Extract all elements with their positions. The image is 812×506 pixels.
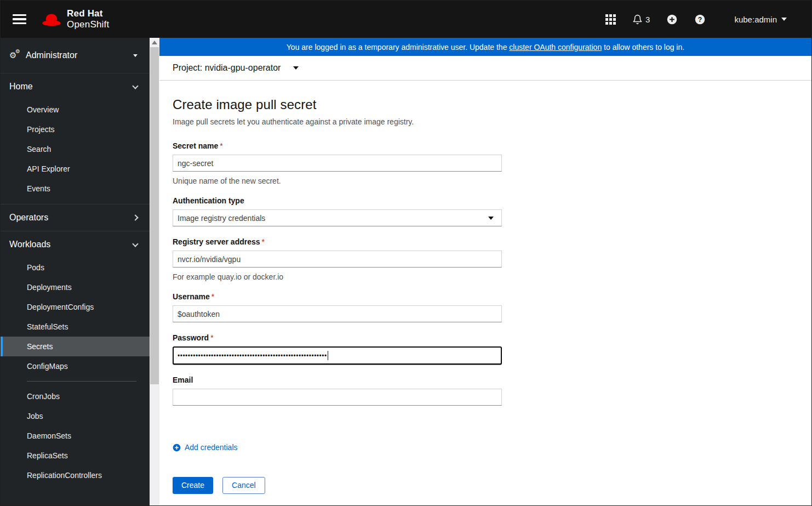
sidebar-item-cronjobs[interactable]: CronJobs xyxy=(1,386,150,406)
sidebar-item-statefulsets[interactable]: StatefulSets xyxy=(1,317,150,337)
nav-group-title-workloads[interactable]: Workloads xyxy=(1,231,150,258)
auth-type-group: Authentication type Image registry crede… xyxy=(173,196,502,226)
username-label: Username* xyxy=(173,292,502,301)
help-icon[interactable]: ? xyxy=(694,14,706,25)
nav-group-title-operators[interactable]: Operators xyxy=(1,204,150,231)
registry-server-address-input[interactable] xyxy=(173,251,502,268)
nav-group-workloads: Workloads Pods Deployments DeploymentCon… xyxy=(1,231,150,491)
brand-text: Red Hat OpenShift xyxy=(67,8,109,30)
username-group: Username* xyxy=(173,292,502,322)
sidebar-item-deploymentconfigs[interactable]: DeploymentConfigs xyxy=(1,297,150,317)
required-asterisk: * xyxy=(262,237,265,246)
nav-group-title-home[interactable]: Home xyxy=(1,73,150,100)
cancel-button[interactable]: Cancel xyxy=(222,477,265,494)
secret-name-help: Unique name of the new secret. xyxy=(173,177,502,185)
chevron-down-icon xyxy=(132,83,138,89)
required-asterisk: * xyxy=(211,292,214,301)
sidebar-item-search[interactable]: Search xyxy=(1,139,150,159)
nav-group-label: Operators xyxy=(9,213,48,223)
sidebar-item-events[interactable]: Events xyxy=(1,179,150,198)
secret-name-input[interactable] xyxy=(173,155,502,172)
masthead-left: Red Hat OpenShift xyxy=(13,8,109,30)
bell-icon xyxy=(632,14,643,25)
login-notice-banner: You are logged in as a temporary adminis… xyxy=(159,38,811,56)
user-menu[interactable]: kube:admin xyxy=(734,15,787,24)
label-text: Password xyxy=(173,333,209,342)
page-scrollbar[interactable] xyxy=(150,38,159,505)
chevron-down-icon xyxy=(781,18,787,21)
password-label: Password* xyxy=(173,333,502,342)
password-group: Password* ••••••••••••••••••••••••••••••… xyxy=(173,333,502,365)
form-actions: Create Cancel xyxy=(173,477,502,494)
caret-down-icon xyxy=(133,54,138,57)
email-input[interactable] xyxy=(173,389,502,406)
email-group: Email xyxy=(173,376,502,406)
hamburger-menu-icon[interactable] xyxy=(13,12,26,27)
cluster-oauth-configuration-link[interactable]: cluster OAuth configuration xyxy=(509,43,602,52)
auth-type-select[interactable]: Image registry credentials xyxy=(173,209,502,226)
label-text: Registry server address xyxy=(173,237,260,246)
masthead: Red Hat OpenShift xyxy=(1,1,811,38)
banner-text-before: You are logged in as a temporary adminis… xyxy=(287,43,510,52)
masthead-right: 3 ? kube:admin xyxy=(589,14,787,25)
plus-circle-icon xyxy=(173,444,181,452)
project-caret-down-icon[interactable] xyxy=(293,66,299,70)
email-label: Email xyxy=(173,376,502,384)
registry-group: Registry server address* For example qua… xyxy=(173,237,502,281)
auth-type-label: Authentication type xyxy=(173,196,502,205)
sidebar-item-daemonsets[interactable]: DaemonSets xyxy=(1,426,150,446)
text-cursor xyxy=(328,351,328,360)
redhat-openshift-logo: Red Hat OpenShift xyxy=(41,8,109,30)
nav-group-label: Home xyxy=(9,82,33,92)
username-input[interactable] xyxy=(173,305,502,322)
label-text: Authentication type xyxy=(173,196,244,205)
required-asterisk: * xyxy=(210,333,213,342)
nav-items-home: Overview Projects Search API Explorer Ev… xyxy=(1,100,150,204)
sidebar-item-deployments[interactable]: Deployments xyxy=(1,277,150,297)
sidebar-item-pods[interactable]: Pods xyxy=(1,258,150,277)
main-area: You are logged in as a temporary adminis… xyxy=(159,38,811,505)
openshift-console: Red Hat OpenShift xyxy=(0,0,812,506)
sidebar-item-api-explorer[interactable]: API Explorer xyxy=(1,159,150,179)
add-plus-icon[interactable] xyxy=(666,14,678,25)
project-selector-label[interactable]: Project: nvidia-gpu-operator xyxy=(173,63,281,73)
project-bar: Project: nvidia-gpu-operator xyxy=(159,56,811,81)
scrollbar-up-arrow[interactable] xyxy=(152,41,157,44)
sidebar-item-jobs[interactable]: Jobs xyxy=(1,406,150,426)
sidebar-item-configmaps[interactable]: ConfigMaps xyxy=(1,356,150,376)
password-input-focused[interactable]: ••••••••••••••••••••••••••••••••••••••••… xyxy=(173,346,502,365)
nav-divider xyxy=(27,381,136,382)
sidebar-item-replicationcontrollers[interactable]: ReplicationControllers xyxy=(1,465,150,485)
app-launcher-icon[interactable] xyxy=(605,14,616,25)
add-credentials-link[interactable]: Add credentials xyxy=(173,443,238,452)
label-text: Username xyxy=(173,292,210,301)
content: Create image pull secret Image pull secr… xyxy=(159,81,811,505)
sidebar-nav: ⚙⚙ Administrator Home Overview Projects … xyxy=(1,38,150,505)
banner-text-after: to allow others to log in. xyxy=(602,43,684,52)
sidebar-item-overview[interactable]: Overview xyxy=(1,100,150,120)
brand-line1: Red Hat xyxy=(67,8,109,19)
sidebar-item-secrets[interactable]: Secrets xyxy=(1,337,150,356)
sidebar-item-replicasets[interactable]: ReplicaSets xyxy=(1,446,150,465)
body-row: ⚙⚙ Administrator Home Overview Projects … xyxy=(1,38,811,505)
perspective-switcher[interactable]: ⚙⚙ Administrator xyxy=(1,38,150,73)
chevron-right-icon xyxy=(132,214,138,220)
secret-name-label: Secret name* xyxy=(173,141,502,150)
add-credentials-label: Add credentials xyxy=(185,443,238,452)
label-text: Email xyxy=(173,376,193,384)
notifications-bell[interactable]: 3 xyxy=(632,14,650,25)
scrollbar-thumb[interactable] xyxy=(150,47,159,384)
chevron-down-icon xyxy=(132,241,138,247)
brand-line2: OpenShift xyxy=(67,19,109,30)
page-title: Create image pull secret xyxy=(173,97,798,112)
page-subtitle: Image pull secrets let you authenticate … xyxy=(173,117,798,126)
registry-label: Registry server address* xyxy=(173,237,502,246)
sidebar-item-projects[interactable]: Projects xyxy=(1,120,150,139)
username: kube:admin xyxy=(734,15,777,24)
nav-group-home: Home Overview Projects Search API Explor… xyxy=(1,73,150,204)
nav-group-label: Workloads xyxy=(9,240,50,249)
select-caret-down-icon xyxy=(488,217,494,220)
cogs-icon: ⚙⚙ xyxy=(9,50,21,61)
banner-text: You are logged in as a temporary adminis… xyxy=(287,43,684,52)
create-button[interactable]: Create xyxy=(173,477,213,494)
